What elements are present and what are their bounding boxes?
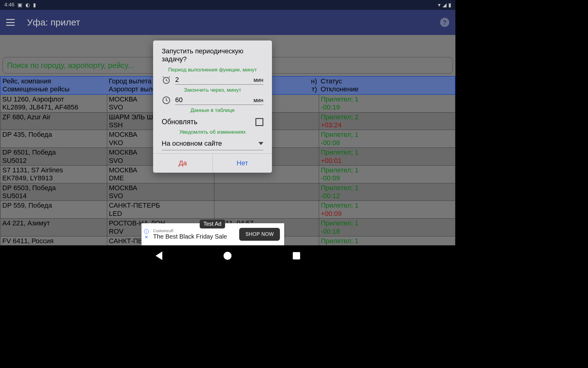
ad-cta-button[interactable]: SHOP NOW — [239, 228, 280, 241]
android-nav-bar — [0, 245, 455, 266]
nav-recent-button[interactable] — [293, 252, 300, 259]
test-ad-badge: Test Ad — [200, 220, 225, 228]
period-value: 2 — [175, 76, 254, 84]
hint-finish: Закончить через, минут — [162, 87, 263, 93]
dialog-yes-button[interactable]: Да — [153, 154, 213, 173]
update-label: Обновлять — [162, 118, 198, 126]
hint-table: Данные в таблице — [162, 107, 263, 113]
dialog-no-button[interactable]: Нет — [213, 154, 272, 173]
nav-back-button[interactable] — [156, 251, 162, 260]
periodic-task-dialog: Запустить периодическую задачу? Период в… — [153, 40, 272, 173]
finish-unit: мин — [254, 97, 263, 104]
hint-notify: Уведомлять об изменениях — [162, 129, 263, 135]
ad-banner[interactable]: Test Ad i✕ Customcuff The Best Black Fri… — [141, 223, 284, 245]
hint-period: Период выполнения функции, минут — [162, 67, 263, 73]
period-input[interactable]: 2 мин — [175, 76, 263, 85]
update-checkbox[interactable] — [255, 118, 263, 126]
chevron-down-icon — [258, 142, 263, 145]
ad-text: The Best Black Friday Sale — [153, 233, 235, 240]
notify-dropdown[interactable]: На основном сайте — [162, 138, 263, 150]
ad-advertiser: Customcuff — [153, 228, 235, 233]
period-unit: мин — [254, 77, 263, 83]
alarm-icon — [162, 75, 171, 85]
ad-close-icon[interactable]: i✕ — [144, 229, 149, 240]
clock-icon — [162, 96, 171, 105]
notify-value: На основном сайте — [162, 140, 258, 148]
finish-input[interactable]: 60 мин — [175, 96, 263, 105]
finish-value: 60 — [175, 96, 254, 104]
nav-home-button[interactable] — [224, 252, 232, 260]
dialog-title: Запустить периодическую задачу? — [162, 47, 263, 63]
